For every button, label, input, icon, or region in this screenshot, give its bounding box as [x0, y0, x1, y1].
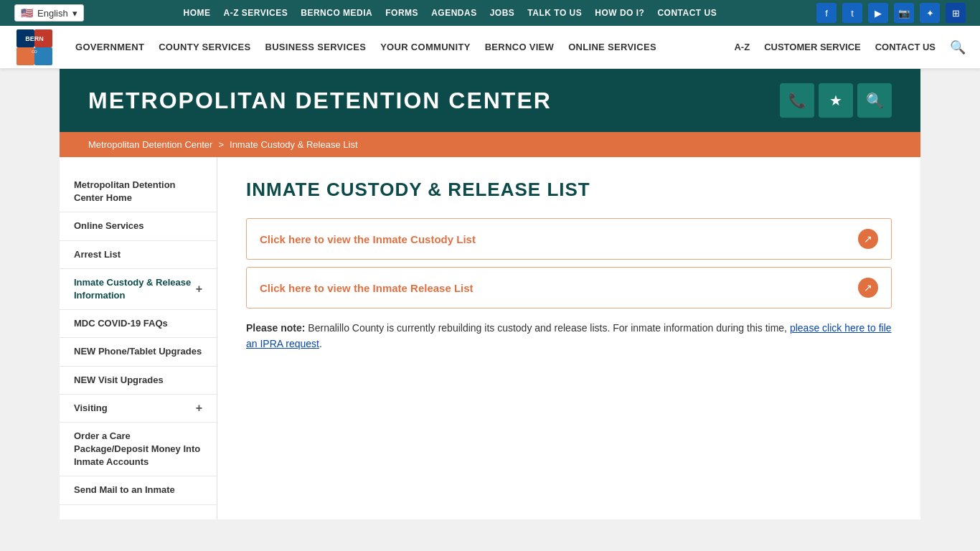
sidebar-link-visiting[interactable]: Visiting — [74, 402, 108, 415]
dept-icons: 📞 ★ 🔍 — [780, 83, 892, 118]
note-text: Please note: Bernalillo County is curren… — [246, 320, 892, 352]
breadcrumb-current: Inmate Custody & Release List — [230, 139, 357, 150]
sidebar-link-covid[interactable]: MDC COVID-19 FAQs — [74, 317, 168, 330]
logo[interactable]: BERN CO — [14, 27, 54, 67]
note-prefix: Please note: — [246, 322, 305, 334]
svg-text:CO: CO — [32, 50, 37, 54]
custody-list-link[interactable]: Click here to view the Inmate Custody Li… — [260, 233, 476, 245]
search-button[interactable]: 🔍 — [950, 39, 966, 55]
logo-svg: BERN CO — [17, 29, 52, 65]
svg-text:BERN: BERN — [25, 35, 44, 42]
expand-icon: + — [196, 283, 202, 296]
nav-community[interactable]: YOUR COMMUNITY — [380, 42, 471, 52]
dept-title: METROPOLITAN DETENTION CENTER — [88, 88, 552, 114]
note-suffix: . — [319, 338, 322, 349]
sidebar-link-home[interactable]: Metropolitan Detention Center Home — [74, 179, 202, 204]
nav-agendas[interactable]: AGENDAS — [431, 8, 477, 18]
sidebar: Metropolitan Detention Center Home Onlin… — [60, 157, 217, 519]
custody-arrow-icon: ↗ — [858, 229, 878, 249]
nav-jobs[interactable]: JOBS — [490, 8, 515, 18]
sidebar-link-care[interactable]: Order a Care Package/Deposit Money Into … — [74, 430, 202, 469]
expand-visiting-icon: + — [196, 402, 202, 415]
language-label: English — [37, 8, 68, 19]
top-bar-nav: HOME A-Z SERVICES BERNCO MEDIA FORMS AGE… — [183, 8, 717, 18]
nav-county[interactable]: COUNTY SERVICES — [159, 42, 250, 52]
dept-header: METROPOLITAN DETENTION CENTER 📞 ★ 🔍 — [60, 69, 920, 132]
nav-contact[interactable]: CONTACT US — [657, 8, 717, 18]
sidebar-link-visits[interactable]: NEW Visit Upgrades — [74, 374, 164, 387]
sidebar-link-inmate-custody[interactable]: Inmate Custody & Release Information — [74, 276, 196, 302]
breadcrumb-separator: > — [218, 139, 224, 150]
language-selector[interactable]: 🇺🇸 English ▾ — [14, 4, 84, 22]
facebook-icon[interactable]: f — [816, 3, 837, 23]
breadcrumb: Metropolitan Detention Center > Inmate C… — [60, 132, 920, 157]
main-nav: BERN CO GOVERNMENT COUNTY SERVICES BUSIN… — [0, 26, 980, 69]
release-arrow-icon: ↗ — [858, 278, 878, 298]
sidebar-item-send-mail[interactable]: Send Mail to an Inmate — [60, 476, 217, 504]
nav-media[interactable]: BERNCO MEDIA — [301, 8, 372, 18]
nav-forms[interactable]: FORMS — [385, 8, 418, 18]
sidebar-item-phone-tablets[interactable]: NEW Phone/Tablet Upgrades — [60, 338, 217, 366]
breadcrumb-home[interactable]: Metropolitan Detention Center — [88, 139, 212, 150]
note-body: Bernalillo County is currently rebuildin… — [305, 322, 789, 334]
page-title: INMATE CUSTODY & RELEASE LIST — [246, 179, 892, 201]
top-bar-left: 🇺🇸 English ▾ — [14, 4, 84, 22]
nav-customer-service[interactable]: CUSTOMER SERVICE — [764, 42, 861, 52]
sidebar-item-arrest-list[interactable]: Arrest List — [60, 241, 217, 269]
nav-contact-right[interactable]: CONTACT US — [875, 42, 936, 52]
nav-home[interactable]: HOME — [183, 8, 210, 18]
twitter-icon[interactable]: t — [842, 3, 862, 23]
custody-list-accordion[interactable]: Click here to view the Inmate Custody Li… — [246, 218, 892, 260]
sidebar-item-visiting[interactable]: Visiting + — [60, 395, 217, 423]
chevron-down-icon: ▾ — [72, 8, 77, 19]
youtube-icon[interactable]: ▶ — [868, 3, 888, 23]
logo-box: BERN CO — [14, 27, 54, 67]
sidebar-link-online-services[interactable]: Online Services — [74, 220, 144, 232]
instagram-icon[interactable]: 📷 — [894, 3, 914, 23]
nav-links: GOVERNMENT COUNTY SERVICES BUSINESS SERV… — [75, 42, 734, 52]
sidebar-link-arrest-list[interactable]: Arrest List — [74, 248, 121, 261]
nav-berncoview[interactable]: BERNCO VIEW — [485, 42, 554, 52]
sidebar-item-visit-upgrades[interactable]: NEW Visit Upgrades — [60, 367, 217, 395]
nav-business[interactable]: BUSINESS SERVICES — [265, 42, 366, 52]
nav-talk[interactable]: TALK TO US — [527, 8, 582, 18]
flag-icon: 🇺🇸 — [21, 7, 33, 19]
sidebar-link-phone[interactable]: NEW Phone/Tablet Upgrades — [74, 345, 202, 358]
nav-az[interactable]: A-Z SERVICES — [223, 8, 288, 18]
nav-az-right[interactable]: A-Z — [734, 42, 750, 52]
flickr-icon[interactable]: ✦ — [920, 3, 940, 23]
phone-icon-btn[interactable]: 📞 — [780, 83, 814, 118]
svg-rect-4 — [34, 47, 52, 65]
main-content: INMATE CUSTODY & RELEASE LIST Click here… — [217, 157, 920, 519]
nav-online-services[interactable]: ONLINE SERVICES — [568, 42, 656, 52]
sidebar-item-online-services[interactable]: Online Services — [60, 212, 217, 240]
star-icon-btn[interactable]: ★ — [819, 83, 853, 118]
search-icon-btn[interactable]: 🔍 — [857, 83, 892, 118]
todo-icon[interactable]: ⊞ — [946, 3, 966, 23]
sidebar-item-inmate-custody[interactable]: Inmate Custody & Release Information + — [60, 269, 217, 310]
nav-right: A-Z CUSTOMER SERVICE CONTACT US 🔍 — [734, 39, 966, 55]
release-list-link[interactable]: Click here to view the Inmate Release Li… — [260, 282, 473, 294]
content-wrapper: Metropolitan Detention Center Home Onlin… — [60, 157, 920, 519]
social-icons: f t ▶ 📷 ✦ ⊞ — [816, 3, 966, 23]
sidebar-item-care-package[interactable]: Order a Care Package/Deposit Money Into … — [60, 423, 217, 477]
top-bar: 🇺🇸 English ▾ HOME A-Z SERVICES BERNCO ME… — [0, 0, 980, 26]
sidebar-item-covid-faqs[interactable]: MDC COVID-19 FAQs — [60, 310, 217, 338]
nav-howdo[interactable]: HOW DO I? — [595, 8, 644, 18]
sidebar-link-mail[interactable]: Send Mail to an Inmate — [74, 484, 175, 496]
release-list-accordion[interactable]: Click here to view the Inmate Release Li… — [246, 267, 892, 309]
sidebar-item-home[interactable]: Metropolitan Detention Center Home — [60, 171, 217, 212]
page-card: METROPOLITAN DETENTION CENTER 📞 ★ 🔍 Metr… — [60, 69, 920, 519]
nav-government[interactable]: GOVERNMENT — [75, 42, 144, 52]
